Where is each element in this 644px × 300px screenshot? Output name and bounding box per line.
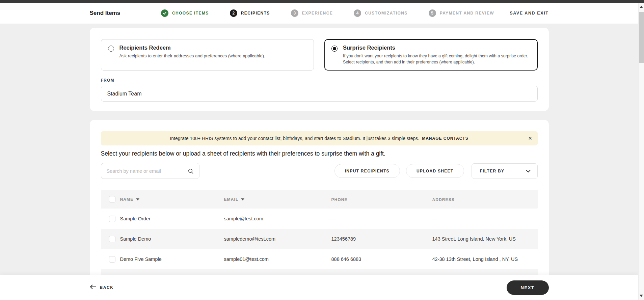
step-number-circle: 4 [354,9,361,17]
table-row[interactable]: Sample Demo sampledemo@test.com 12345678… [101,229,538,249]
step-label: PAYMENT AND REVIEW [440,11,494,16]
hris-banner: Integrate 100+ HRIS systems to add your … [101,131,538,145]
row-checkbox[interactable] [109,236,115,242]
step-number-circle: 2 [230,9,237,17]
column-header-address: ADDRESS [432,197,455,202]
send-items-page: Send Items CHOOSE ITEMS 2 RECIPIENTS 3 E… [0,0,644,300]
step-payment-review[interactable]: 5 PAYMENT AND REVIEW [429,9,494,17]
filter-by-dropdown[interactable]: FILTER BY [472,163,538,179]
option-description: If you don't want your recipients to kno… [343,53,531,65]
cell-name: Demo Five Sample [120,256,224,262]
back-label: BACK [100,285,114,290]
step-label: CHOOSE ITEMS [172,11,209,16]
check-icon [163,11,167,15]
save-and-exit-link[interactable]: SAVE AND EXIT [495,11,549,16]
cell-name: Sample Demo [120,236,224,242]
back-button[interactable]: BACK [90,284,114,291]
step-label: CUSTOMIZATIONS [365,11,408,16]
next-button[interactable]: NEXT [507,280,549,295]
step-number-circle: 5 [429,9,436,17]
page-title: Send Items [90,10,161,17]
wizard-header: Send Items CHOOSE ITEMS 2 RECIPIENTS 3 E… [0,3,638,24]
filter-by-label: FILTER BY [480,169,505,173]
row-checkbox[interactable] [109,256,115,263]
cell-address: --- [432,216,538,221]
step-recipients[interactable]: 2 RECIPIENTS [230,9,270,17]
search-input[interactable] [107,168,188,174]
main-content: Recipients Redeem Ask recipients to ente… [0,24,638,300]
row-checkbox[interactable] [109,216,115,222]
recipients-table: NAME EMAIL PHONE ADDRESS Sample Order [101,190,538,290]
search-icon [188,168,194,174]
arrow-left-icon [90,284,96,291]
top-dark-bar [0,0,644,3]
cell-phone: --- [331,216,432,221]
cell-name: Sample Order [120,216,224,221]
scroll-down-icon[interactable] [640,295,643,297]
input-recipients-button[interactable]: INPUT RECIPIENTS [334,164,400,178]
step-label: EXPERIENCE [302,11,333,16]
vertical-scrollbar[interactable] [638,3,644,300]
table-row[interactable]: Demo Five Sample sample01@test.com 888 6… [101,249,538,269]
step-choose-items[interactable]: CHOOSE ITEMS [161,9,209,17]
scroll-up-icon[interactable] [640,6,643,8]
banner-message: Integrate 100+ HRIS systems to add your … [170,136,419,141]
radio-unchecked-icon[interactable] [108,46,114,52]
option-recipients-redeem[interactable]: Recipients Redeem Ask recipients to ente… [101,39,314,71]
option-surprise-recipients[interactable]: Surprise Recipients If you don't want yo… [324,39,538,71]
stepper: CHOOSE ITEMS 2 RECIPIENTS 3 EXPERIENCE 4… [161,9,495,17]
option-title: Surprise Recipients [343,45,531,51]
radio-checked-icon[interactable] [331,46,338,52]
cell-email: sample01@test.com [224,256,331,262]
close-icon[interactable]: ✕ [528,136,532,141]
step-customizations[interactable]: 4 CUSTOMIZATIONS [354,9,408,17]
intro-text: Select your recipients below or upload a… [101,150,538,157]
search-box[interactable] [101,163,199,179]
sort-desc-icon[interactable] [241,198,244,200]
chevron-down-icon [526,168,531,174]
step-label: RECIPIENTS [241,11,270,16]
cell-phone: 888 646 6883 [331,256,432,262]
step-number-circle: 3 [291,9,298,17]
table-header-row: NAME EMAIL PHONE ADDRESS [101,190,538,209]
step-done-check-circle [161,9,168,17]
select-all-checkbox[interactable] [109,196,115,202]
column-header-email[interactable]: EMAIL [224,197,239,202]
cell-email: sample@test.com [224,216,331,221]
upload-sheet-button[interactable]: UPLOAD SHEET [406,164,464,178]
step-experience[interactable]: 3 EXPERIENCE [291,9,333,17]
cell-address: 42-38 13th Street, Long Island , NY, US [432,256,538,262]
cell-email: sampledemo@test.com [224,236,331,242]
table-row[interactable]: Sample Order sample@test.com --- --- [101,209,538,229]
recipients-card: Integrate 100+ HRIS systems to add your … [90,120,549,295]
scrollbar-thumb[interactable] [639,12,644,63]
column-header-phone: PHONE [331,197,348,202]
recipients-toolbar: INPUT RECIPIENTS UPLOAD SHEET FILTER BY [101,163,538,179]
column-header-name[interactable]: NAME [120,197,134,202]
from-label: FROM [101,78,538,83]
option-description: Ask recipients to enter their addresses … [119,53,265,59]
cell-address: 143 Street, Long Island, New York, US [432,236,538,242]
option-title: Recipients Redeem [119,45,265,51]
cell-phone: 123456789 [331,236,432,242]
delivery-mode-card: Recipients Redeem Ask recipients to ente… [90,28,549,111]
from-input[interactable] [101,86,538,102]
sort-desc-icon[interactable] [136,198,139,200]
manage-contacts-link[interactable]: MANAGE CONTACTS [422,136,468,141]
wizard-footer: BACK NEXT [0,275,638,300]
